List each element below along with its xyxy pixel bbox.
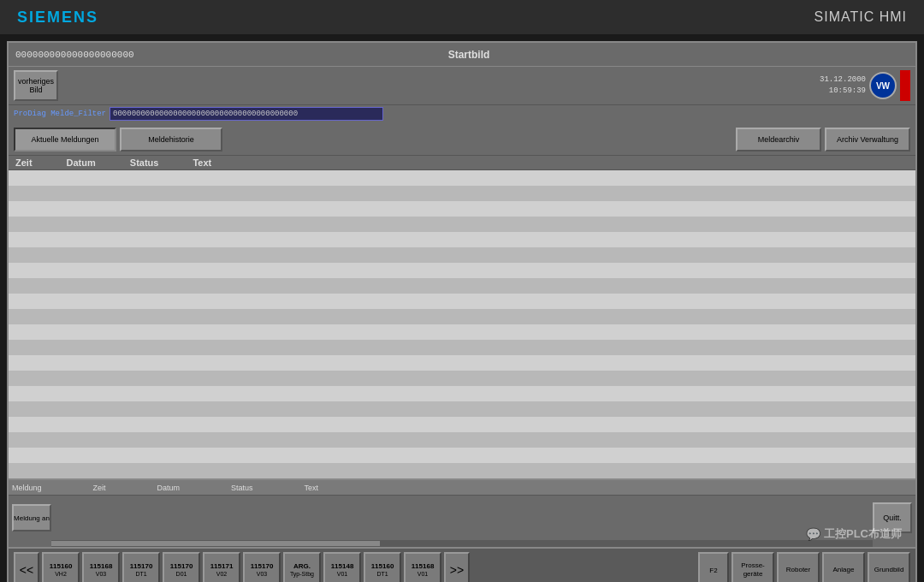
col-datum: Datum <box>67 157 96 168</box>
nav-item-3[interactable]: 115170 D01 <box>163 552 200 582</box>
table-row <box>9 355 915 371</box>
next-arrow-button[interactable]: >> <box>444 552 470 582</box>
nav-item-0[interactable]: 115160 VH2 <box>42 552 80 582</box>
col-zeit: Zeit <box>15 157 33 168</box>
header-row: vorheriges Bild 31.12.2000 10:59:39 VW <box>9 67 915 105</box>
table-row <box>9 340 915 355</box>
process-button[interactable]: Prosse- geräte <box>732 552 774 582</box>
table-row <box>9 247 915 263</box>
column-headers: Zeit Datum Status Text <box>9 156 915 170</box>
simatic-title: SIMATIC HMI <box>814 9 907 25</box>
filter-label: ProDiag Melde_Filter <box>14 110 106 118</box>
datetime-block: 31.12.2000 10:59:39 VW <box>820 70 910 101</box>
table-row <box>9 186 915 201</box>
bottom-col-meldung: Meldung <box>12 484 42 492</box>
anlage-button[interactable]: Anlage <box>822 552 865 582</box>
datetime-display: 31.12.2000 10:59:39 <box>820 74 866 96</box>
col-text: Text <box>192 157 211 168</box>
table-row <box>9 401 915 417</box>
prev-arrow-button[interactable]: << <box>14 552 39 582</box>
table-row <box>9 217 915 232</box>
nav-item-1[interactable]: 115168 V03 <box>82 552 120 582</box>
nav-item-4[interactable]: 115171 V02 <box>203 552 240 582</box>
main-screen: 000000000000000000000 Startbild vorherig… <box>7 41 917 582</box>
bottom-content: Meldung an Quitt. <box>9 496 915 540</box>
title-bar: 000000000000000000000 Startbild <box>9 43 915 67</box>
table-row <box>9 386 915 401</box>
vw-logo: VW <box>869 72 897 99</box>
siemens-logo: SIEMENS <box>17 9 98 27</box>
bottom-panel: Meldung Zeit Datum Status Text Meldung a… <box>9 478 915 547</box>
nav-item-7[interactable]: 115148 V01 <box>323 552 361 582</box>
table-row <box>9 278 915 294</box>
bottom-col-status: Status <box>231 484 253 492</box>
data-area <box>9 170 915 478</box>
buttons-row: Aktuelle Meldungen Meldehistorie Meldear… <box>9 124 915 156</box>
nav-right-buttons: F2 Prosse- geräte Roboter Anlage Grundbi… <box>698 552 910 582</box>
bottom-col-headers: Meldung Zeit Datum Status Text <box>9 480 915 496</box>
meldung-an-button[interactable]: Meldung an <box>12 504 51 532</box>
prev-bild-button[interactable]: vorheriges Bild <box>14 70 58 101</box>
bottom-col-datum: Datum <box>157 484 181 492</box>
meldehistorie-button[interactable]: Meldehistorie <box>120 128 222 151</box>
roboter-button[interactable]: Roboter <box>777 552 820 582</box>
table-row <box>9 417 915 432</box>
table-row <box>9 232 915 247</box>
wechat-icon: 💬 <box>806 527 820 541</box>
scrollbar[interactable] <box>51 540 873 547</box>
nav-item-6[interactable]: ARG. Typ-Stbg <box>283 552 321 582</box>
top-bar: SIEMENS SIMATIC HMI <box>0 0 924 34</box>
bottom-col-text: Text <box>305 484 319 492</box>
table-row <box>9 309 915 324</box>
table-row <box>9 324 915 340</box>
nav-item-9[interactable]: 115168 V01 <box>404 552 441 582</box>
nav-item-2[interactable]: 115170 DT1 <box>122 552 160 582</box>
nav-bottom: << 115160 VH2 115168 V03 115170 DT1 1151… <box>9 547 915 582</box>
table-row <box>9 201 915 217</box>
red-indicator <box>900 70 910 101</box>
scrollbar-thumb <box>51 541 380 546</box>
table-row <box>9 371 915 386</box>
f2-button[interactable]: F2 <box>698 552 729 582</box>
col-status: Status <box>130 157 159 168</box>
table-row <box>9 294 915 309</box>
table-row <box>9 263 915 278</box>
nav-item-5[interactable]: 115170 V03 <box>243 552 281 582</box>
watermark: 💬 工控PLC布道师 <box>806 526 902 542</box>
filter-row: ProDiag Melde_Filter <box>9 105 915 124</box>
nav-item-8[interactable]: 115160 DT1 <box>364 552 401 582</box>
meldearchiv-button[interactable]: Meldearchiv <box>736 128 821 151</box>
aktuelle-meldungen-button[interactable]: Aktuelle Meldungen <box>14 128 116 151</box>
table-row <box>9 448 915 463</box>
table-row <box>9 463 915 478</box>
archiv-verwaltung-button[interactable]: Archiv Verwaltung <box>825 128 910 151</box>
bottom-col-zeit: Zeit <box>93 484 106 492</box>
grundbild-button[interactable]: Grundbild <box>868 552 910 582</box>
title-id: 000000000000000000000 <box>9 50 320 60</box>
table-row <box>9 170 915 186</box>
startbild-label: Startbild <box>320 49 618 61</box>
table-row <box>9 432 915 448</box>
filter-input[interactable] <box>110 107 383 121</box>
